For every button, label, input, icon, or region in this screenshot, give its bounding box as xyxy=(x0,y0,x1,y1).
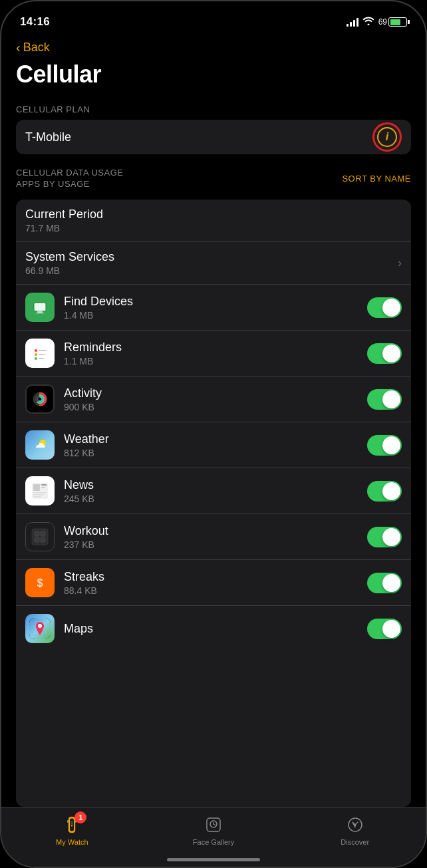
cellular-plan-label: CELLULAR PLAN xyxy=(16,104,411,114)
back-chevron-icon: ‹ xyxy=(16,40,21,55)
activity-item: Activity 900 KB xyxy=(16,376,411,422)
toggle-knob xyxy=(382,299,400,317)
reminders-toggle[interactable] xyxy=(367,343,402,364)
news-icon xyxy=(25,476,55,506)
news-item: News 245 KB xyxy=(16,468,411,514)
svg-line-49 xyxy=(214,824,215,825)
back-label: Back xyxy=(23,41,50,55)
battery-icon xyxy=(388,17,407,27)
weather-usage: 812 KB xyxy=(64,448,367,458)
weather-toggle[interactable] xyxy=(367,435,402,456)
svg-rect-40 xyxy=(70,819,74,831)
svg-rect-26 xyxy=(33,494,44,496)
current-period-usage: 71.7 MB xyxy=(25,223,402,233)
find-devices-text: Find Devices 1.4 MB xyxy=(64,295,367,321)
status-icons: 69 xyxy=(347,16,407,28)
activity-name: Activity xyxy=(64,386,367,400)
sort-by-name-button[interactable]: SORT BY NAME xyxy=(342,174,411,184)
svg-point-38 xyxy=(38,624,42,628)
tab-my-watch[interactable]: 1 My Watch xyxy=(1,814,143,846)
dynamic-island xyxy=(174,9,253,32)
svg-point-10 xyxy=(35,357,37,360)
discover-icon-wrapper xyxy=(345,814,366,835)
activity-toggle[interactable] xyxy=(367,389,402,410)
workout-icon xyxy=(25,522,55,551)
page-title: Cellular xyxy=(16,61,411,88)
svg-rect-32 xyxy=(35,537,39,542)
streaks-text: Streaks 88.4 KB xyxy=(64,570,367,596)
news-name: News xyxy=(64,478,367,492)
svg-rect-44 xyxy=(67,820,69,823)
current-period-text: Current Period 71.7 MB xyxy=(25,208,402,233)
my-watch-icon-wrapper: 1 xyxy=(61,814,82,835)
svg-rect-41 xyxy=(71,821,73,823)
toggle-knob xyxy=(382,528,400,546)
info-button[interactable]: i xyxy=(372,122,402,152)
maps-toggle[interactable] xyxy=(367,619,402,639)
svg-rect-11 xyxy=(39,358,44,359)
svg-rect-7 xyxy=(39,350,47,351)
svg-rect-46 xyxy=(207,818,220,831)
svg-rect-1 xyxy=(34,303,46,311)
weather-text: Weather 812 KB xyxy=(64,432,367,458)
workout-text: Workout 237 KB xyxy=(64,524,367,550)
weather-name: Weather xyxy=(64,432,367,446)
find-devices-name: Find Devices xyxy=(64,295,367,309)
face-gallery-icon-wrapper xyxy=(203,814,224,835)
weather-item: Weather 812 KB xyxy=(16,422,411,468)
system-services-title: System Services xyxy=(25,250,392,264)
activity-usage: 900 KB xyxy=(64,402,367,412)
battery-container: 69 xyxy=(378,17,407,27)
system-services-item[interactable]: System Services 66.9 MB › xyxy=(16,242,411,285)
svg-rect-43 xyxy=(71,825,72,827)
find-devices-item: Find Devices 1.4 MB xyxy=(16,285,411,331)
cellular-plan-row: T-Mobile i xyxy=(16,120,411,154)
my-watch-label: My Watch xyxy=(56,838,88,846)
svg-rect-30 xyxy=(35,531,39,536)
tab-discover[interactable]: Discover xyxy=(284,814,426,846)
system-services-text: System Services 66.9 MB xyxy=(25,250,392,276)
svg-rect-29 xyxy=(32,529,48,545)
news-usage: 245 KB xyxy=(64,494,367,504)
news-toggle[interactable] xyxy=(367,481,402,502)
svg-point-6 xyxy=(35,349,37,352)
svg-rect-4 xyxy=(36,313,44,314)
workout-toggle[interactable] xyxy=(367,527,402,547)
current-period-title: Current Period xyxy=(25,208,402,221)
svg-rect-31 xyxy=(41,531,45,536)
news-text: News 245 KB xyxy=(64,478,367,504)
system-services-usage: 66.9 MB xyxy=(25,265,392,276)
face-gallery-icon xyxy=(204,815,223,834)
tab-face-gallery[interactable]: Face Gallery xyxy=(143,814,285,846)
svg-rect-9 xyxy=(39,354,45,355)
status-time: 14:16 xyxy=(20,15,50,29)
svg-rect-23 xyxy=(41,484,47,486)
svg-rect-33 xyxy=(41,537,45,542)
toggle-knob xyxy=(382,574,400,592)
back-button[interactable]: ‹ Back xyxy=(16,40,411,55)
maps-item: Maps xyxy=(16,606,411,651)
svg-text:$: $ xyxy=(37,577,43,589)
wifi-icon xyxy=(362,16,374,28)
streaks-usage: 88.4 KB xyxy=(64,585,367,596)
reminders-icon xyxy=(25,339,55,368)
data-usage-label: CELLULAR DATA USAGE xyxy=(16,168,123,178)
my-watch-badge: 1 xyxy=(74,811,86,823)
find-devices-usage: 1.4 MB xyxy=(64,310,367,321)
data-usage-header: CELLULAR DATA USAGE APPS BY USAGE SORT B… xyxy=(16,168,411,189)
plan-name: T-Mobile xyxy=(25,130,71,144)
maps-text: Maps xyxy=(64,622,367,636)
svg-rect-42 xyxy=(71,823,73,825)
maps-name: Maps xyxy=(64,622,367,636)
phone-screen: 14:16 69 xyxy=(1,1,426,867)
streaks-name: Streaks xyxy=(64,570,367,584)
find-devices-icon xyxy=(25,293,55,322)
content-area: ‹ Back Cellular CELLULAR PLAN T-Mobile i… xyxy=(1,37,426,807)
find-devices-toggle[interactable] xyxy=(367,297,402,318)
streaks-toggle[interactable] xyxy=(367,573,402,593)
toggle-knob xyxy=(382,482,400,500)
discover-icon xyxy=(346,815,364,834)
battery-text: 69 xyxy=(378,17,387,27)
phone-frame: 14:16 69 xyxy=(0,0,427,868)
streaks-item: $ Streaks 88.4 KB xyxy=(16,560,411,606)
